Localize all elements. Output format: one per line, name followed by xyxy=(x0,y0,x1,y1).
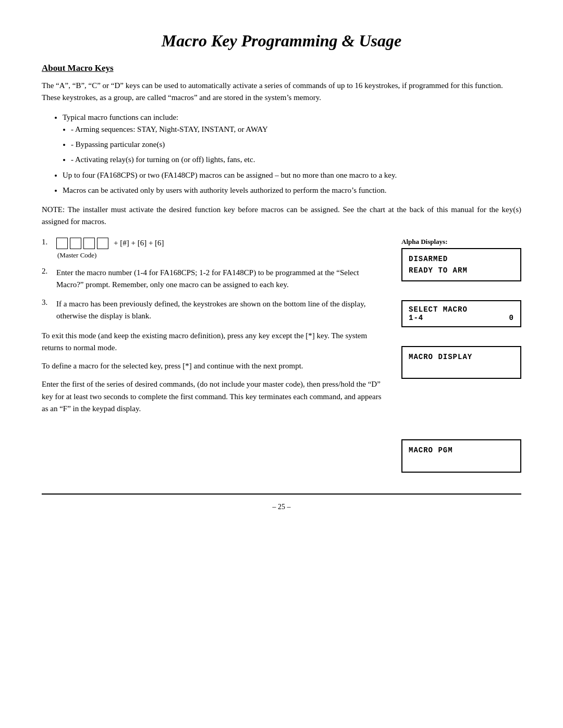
key-box-2 xyxy=(70,238,81,249)
step-1-row: 1. + [#] + [6] + [6] (Master Code) xyxy=(42,238,386,260)
alpha-displays-label: Alpha Displays: xyxy=(401,238,521,246)
step-3-number: 3. xyxy=(42,298,52,323)
page-title: Macro Key Programming & Usage xyxy=(42,31,521,54)
macro-pgm-line1: MACRO PGM xyxy=(409,445,514,456)
disarmed-line2: READY TO ARM xyxy=(409,265,514,276)
alpha-displays-group: Alpha Displays: DISARMED READY TO ARM xyxy=(401,238,521,282)
para-2: To define a macro for the selected key, … xyxy=(42,360,386,372)
disarmed-box: DISARMED READY TO ARM xyxy=(401,248,521,282)
sub-item-1-1: - Arming sequences: STAY, Night-STAY, IN… xyxy=(71,124,521,135)
step-2-number: 2. xyxy=(42,267,52,291)
step-1-formula: + [#] + [6] + [6] xyxy=(114,239,164,248)
master-code-label: (Master Code) xyxy=(57,251,164,260)
step-1-content: + [#] + [6] + [6] (Master Code) xyxy=(56,238,164,260)
macro-pgm-box-spacer xyxy=(401,388,521,430)
macro-pgm-box: MACRO PGM xyxy=(401,439,521,473)
key-box-3 xyxy=(83,238,95,249)
select-macro-range: 1-4 xyxy=(409,314,423,322)
steps-display-col: Alpha Displays: DISARMED READY TO ARM SE… xyxy=(401,238,521,473)
macro-pgm-line2 xyxy=(409,456,514,467)
main-content: 1. + [#] + [6] + [6] (Master Code) 2. En… xyxy=(42,238,521,473)
select-macro-value: 0 xyxy=(509,314,514,322)
sub-list-1: - Arming sequences: STAY, Night-STAY, IN… xyxy=(71,124,521,166)
intro-paragraph: The “A”, “B”, “C” or “D” keys can be use… xyxy=(42,80,521,104)
para-3: Enter the first of the series of desired… xyxy=(42,378,386,415)
select-macro-box: SELECT MACRO 1-4 0 xyxy=(401,300,521,327)
bottom-rule xyxy=(42,493,521,495)
key-box-4 xyxy=(97,238,108,249)
step-2-text: Enter the macro number (1-4 for FA168CPS… xyxy=(56,267,386,291)
step-3-row: 3. If a macro has been previously define… xyxy=(42,298,386,323)
key-input-row: + [#] + [6] + [6] xyxy=(56,238,164,249)
para-1: To exit this mode (and keep the existing… xyxy=(42,330,386,354)
macro-display-line1: MACRO DISPLAY xyxy=(409,351,514,363)
section-heading: About Macro Keys xyxy=(42,63,521,73)
key-box-1 xyxy=(56,238,68,249)
note-paragraph: NOTE: The installer must activate the de… xyxy=(42,204,521,228)
step-3-text: If a macro has been previously defined, … xyxy=(56,298,386,323)
sub-item-1-2: - Bypassing particular zone(s) xyxy=(71,139,521,151)
macro-display-line2 xyxy=(409,363,514,374)
select-macro-line2: 1-4 0 xyxy=(409,314,514,322)
bullet-list: Typical macro functions can include: - A… xyxy=(63,112,521,197)
step-2-row: 2. Enter the macro number (1-4 for FA168… xyxy=(42,267,386,291)
page-number: – 25 – xyxy=(42,503,521,511)
bullet-item-3: Macros can be activated only by users wi… xyxy=(63,184,521,196)
bullet-item-1: Typical macro functions can include: - A… xyxy=(63,112,521,166)
macro-display-box: MACRO DISPLAY xyxy=(401,346,521,378)
select-macro-line1: SELECT MACRO xyxy=(409,305,514,314)
step-1-number: 1. xyxy=(42,238,52,260)
sub-item-1-3: - Activating relay(s) for turning on (or… xyxy=(71,154,521,166)
page-container: Macro Key Programming & Usage About Macr… xyxy=(42,31,521,511)
steps-text-col: 1. + [#] + [6] + [6] (Master Code) 2. En… xyxy=(42,238,386,422)
bullet-item-2: Up to four (FA168CPS) or two (FA148CP) m… xyxy=(63,169,521,181)
disarmed-line1: DISARMED xyxy=(409,253,514,265)
